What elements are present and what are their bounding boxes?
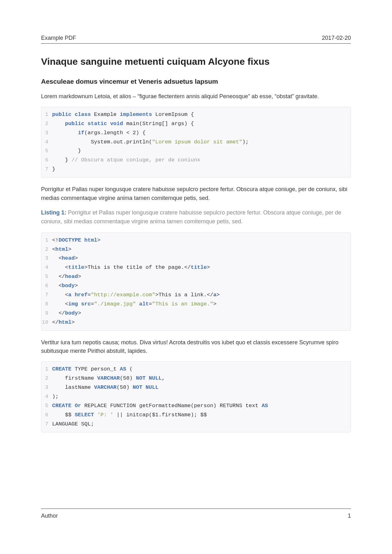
- line-number: 4: [41, 138, 52, 147]
- code-content: firstName VARCHAR(50) NOT NULL,: [52, 374, 346, 383]
- code-content: </head>: [52, 272, 346, 281]
- code-content: </html>: [52, 318, 346, 327]
- line-number: 2: [41, 245, 52, 254]
- line-number: 3: [41, 129, 52, 138]
- code-block-java: 1public class Example implements LoremIp…: [41, 107, 351, 178]
- code-line: 1CREATE TYPE person_t AS (: [41, 365, 346, 374]
- line-number: 3: [41, 254, 52, 263]
- code-block-html: 1<!DOCTYPE html>2<html>3 <head>4 <title>…: [41, 232, 351, 331]
- code-content: CREATE TYPE person_t AS (: [52, 365, 346, 374]
- line-number: 3: [41, 383, 52, 392]
- line-number: 1: [41, 110, 52, 119]
- footer-author: Author: [41, 513, 58, 519]
- line-number: 1: [41, 365, 52, 374]
- line-number: 5: [41, 401, 52, 411]
- line-number: 7: [41, 420, 52, 429]
- code-line: 3 if(args.length < 2) {: [41, 129, 346, 138]
- line-number: 9: [41, 309, 52, 318]
- code-line: 1public class Example implements LoremIp…: [41, 110, 346, 119]
- line-number: 7: [41, 165, 52, 174]
- code-content: public class Example implements LoremIps…: [52, 110, 346, 119]
- line-number: 4: [41, 392, 52, 401]
- code-line: 6 $$ SELECT 'P: ' || initcap($1.firstNam…: [41, 411, 346, 420]
- code-content: );: [52, 392, 346, 401]
- code-line: 6 <body>: [41, 281, 346, 291]
- line-number: 4: [41, 263, 52, 272]
- line-number: 2: [41, 119, 52, 129]
- code-line: 10</html>: [41, 318, 346, 327]
- code-block-sql: 1CREATE TYPE person_t AS (2 firstName VA…: [41, 361, 351, 432]
- code-content: }: [52, 165, 346, 174]
- code-line: 2<html>: [41, 245, 346, 254]
- code-content: <body>: [52, 281, 346, 291]
- line-number: 10: [41, 318, 52, 327]
- header-title: Example PDF: [41, 35, 76, 41]
- code-content: <!DOCTYPE html>: [52, 236, 346, 245]
- code-content: <head>: [52, 254, 346, 263]
- code-content: } // Obscura atque coniuge, per de coniu…: [52, 156, 346, 165]
- code-content: LANGUAGE SQL;: [52, 420, 346, 429]
- code-line: 6 } // Obscura atque coniuge, per de con…: [41, 156, 346, 165]
- code-content: public static void main(String[] args) {: [52, 119, 346, 129]
- code-line: 3 <head>: [41, 254, 346, 263]
- paragraph-1: Lorem markdownum Letoia, et alios – “fig…: [41, 92, 351, 101]
- code-content: <title>This is the title of the page.</t…: [52, 263, 346, 272]
- page-footer: Author 1: [41, 509, 351, 519]
- paragraph-3: Vertitur iura tum nepotis causa; motus. …: [41, 338, 351, 356]
- line-number: 6: [41, 411, 52, 420]
- code-line: 9 </body>: [41, 309, 346, 318]
- code-line: 4 System.out.println("Lorem ipsum dolor …: [41, 138, 346, 147]
- code-line: 5CREATE Or REPLACE FUNCTION getFormatted…: [41, 401, 346, 411]
- code-content: $$ SELECT 'P: ' || initcap($1.firstName)…: [52, 411, 346, 420]
- paragraph-2: Porrigitur et Pallas nuper longusque cra…: [41, 185, 351, 203]
- header-date: 2017-02-20: [322, 35, 351, 41]
- code-content: if(args.length < 2) {: [52, 129, 346, 138]
- line-number: 8: [41, 300, 52, 309]
- page-header: Example PDF 2017-02-20: [41, 35, 351, 44]
- listing-label: Listing 1:: [41, 209, 66, 216]
- code-line: 5 }: [41, 147, 346, 156]
- code-content: CREATE Or REPLACE FUNCTION getFormattedN…: [52, 401, 346, 411]
- line-number: 5: [41, 147, 52, 156]
- code-content: System.out.println("Lorem ipsum dolor si…: [52, 138, 346, 147]
- line-number: 6: [41, 156, 52, 165]
- section-heading: Aesculeae domus vincemur et Veneris adsu…: [41, 78, 351, 85]
- code-line: 4 <title>This is the title of the page.<…: [41, 263, 346, 272]
- code-content: lastName VARCHAR(50) NOT NULL: [52, 383, 346, 392]
- code-line: 8 <img src="./image.jpg" alt="This is an…: [41, 300, 346, 309]
- code-line: 7LANGUAGE SQL;: [41, 420, 346, 429]
- code-line: 2 firstName VARCHAR(50) NOT NULL,: [41, 374, 346, 383]
- code-content: }: [52, 147, 346, 156]
- code-line: 7}: [41, 165, 346, 174]
- code-line: 7 <a href="http://example.com">This is a…: [41, 291, 346, 300]
- page-title: Vinaque sanguine metuenti cuiquam Alcyon…: [41, 56, 351, 67]
- line-number: 6: [41, 281, 52, 291]
- code-content: <a href="http://example.com">This is a l…: [52, 291, 346, 300]
- listing-1-caption: Listing 1: Porrigitur et Pallas nuper lo…: [41, 208, 351, 226]
- code-content: <html>: [52, 245, 346, 254]
- code-line: 3 lastName VARCHAR(50) NOT NULL: [41, 383, 346, 392]
- code-line: 5 </head>: [41, 272, 346, 281]
- code-content: </body>: [52, 309, 346, 318]
- code-content: <img src="./image.jpg" alt="This is an i…: [52, 300, 346, 309]
- line-number: 1: [41, 236, 52, 245]
- footer-page-number: 1: [348, 513, 351, 519]
- code-line: 4);: [41, 392, 346, 401]
- line-number: 7: [41, 291, 52, 300]
- code-line: 2 public static void main(String[] args)…: [41, 119, 346, 129]
- line-number: 2: [41, 374, 52, 383]
- listing-caption-text: Porrigitur et Pallas nuper longusque cra…: [41, 209, 341, 225]
- line-number: 5: [41, 272, 52, 281]
- code-line: 1<!DOCTYPE html>: [41, 236, 346, 245]
